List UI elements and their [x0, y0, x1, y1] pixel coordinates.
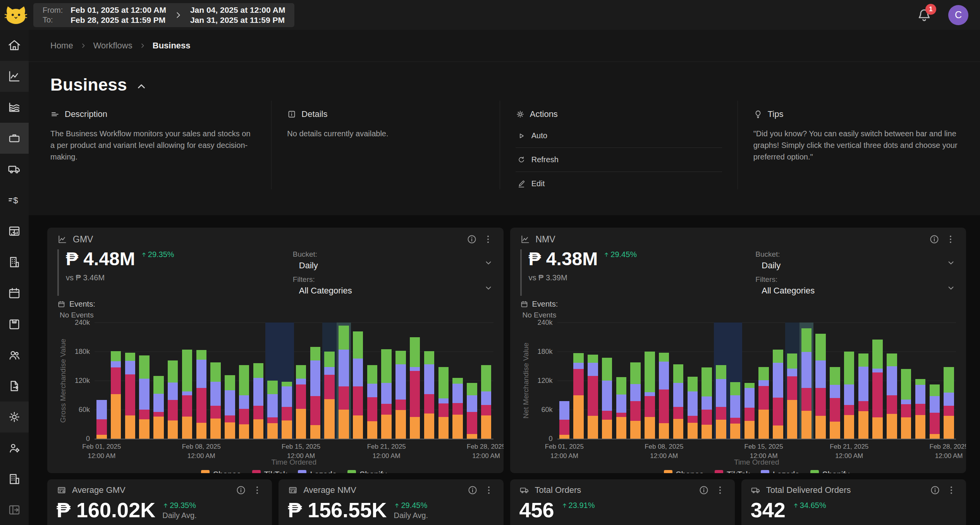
stacked-bar-day-13[interactable]	[267, 381, 277, 439]
kebab-menu-icon[interactable]	[483, 485, 494, 496]
stacked-bar-day-21[interactable]	[844, 352, 854, 439]
stacked-bar-day-27[interactable]	[930, 384, 940, 439]
sidebar-item-users[interactable]	[0, 340, 29, 371]
legend-tiktok[interactable]: TikTok	[252, 470, 287, 473]
stacked-bar-day-12[interactable]	[253, 363, 263, 439]
sidebar-item-calendar[interactable]	[0, 278, 29, 309]
stacked-bar-day-26[interactable]	[915, 379, 925, 439]
stacked-bar-day-4[interactable]	[602, 358, 612, 439]
action-auto[interactable]: Auto	[516, 124, 722, 148]
sidebar-item-area-chart[interactable]	[0, 92, 29, 123]
sidebar-item-user-gear[interactable]	[0, 432, 29, 463]
stacked-bar-day-5[interactable]	[616, 377, 626, 439]
stacked-bar-day-23[interactable]	[872, 340, 882, 439]
stacked-bar-day-25[interactable]	[438, 367, 449, 439]
stacked-bar-day-15[interactable]	[296, 365, 306, 439]
stacked-bar-day-26[interactable]	[452, 378, 462, 439]
notifications-bell-icon[interactable]: 1	[916, 7, 932, 23]
stacked-bar-day-11[interactable]	[701, 367, 712, 439]
stacked-bar-day-20[interactable]	[367, 365, 377, 439]
brand-cat-logo[interactable]	[5, 5, 27, 26]
stacked-bar-day-18[interactable]	[339, 326, 349, 439]
stacked-bar-day-1[interactable]	[559, 401, 569, 439]
stacked-bar-day-24[interactable]	[424, 351, 434, 439]
stacked-bar-day-6[interactable]	[630, 362, 640, 439]
legend-shopee[interactable]: Shopee	[201, 470, 241, 473]
user-avatar[interactable]: C	[948, 5, 968, 25]
sidebar-item-file-export[interactable]	[0, 371, 29, 401]
stacked-bar-day-4[interactable]	[139, 355, 149, 439]
legend-tiktok[interactable]: TikTok	[715, 470, 750, 473]
legend-lazada[interactable]: Lazada	[298, 470, 337, 473]
stacked-bar-day-9[interactable]	[210, 362, 220, 439]
stacked-bar-day-7[interactable]	[182, 350, 192, 439]
stacked-bar-day-15[interactable]	[758, 367, 769, 439]
sidebar-item-package[interactable]	[0, 309, 29, 340]
sidebar-item-line-chart[interactable]	[0, 61, 29, 92]
filters-dropdown[interactable]: Filters: All Categories	[755, 275, 956, 296]
stacked-bar-day-3[interactable]	[588, 355, 598, 439]
stacked-bar-day-14[interactable]	[282, 382, 292, 439]
sidebar-item-briefcase[interactable]	[0, 123, 29, 154]
bucket-dropdown[interactable]: Bucket: Daily	[755, 250, 956, 271]
legend-shopify[interactable]: Shopify	[347, 470, 387, 473]
info-icon[interactable]	[466, 234, 477, 245]
stacked-bar-day-23[interactable]	[410, 337, 420, 439]
stacked-bar-day-5[interactable]	[153, 376, 163, 439]
filters-dropdown[interactable]: Filters: All Categories	[293, 275, 493, 296]
sidebar-item-price-dollar[interactable]: $	[0, 185, 29, 216]
stacked-bar-day-24[interactable]	[887, 353, 897, 439]
stacked-bar-day-6[interactable]	[168, 360, 178, 439]
kebab-menu-icon[interactable]	[252, 485, 263, 496]
stacked-bar-day-17[interactable]	[324, 352, 334, 439]
stacked-bar-day-12[interactable]	[716, 365, 726, 439]
stacked-bar-day-14[interactable]	[744, 383, 755, 439]
stacked-bar-day-10[interactable]	[225, 375, 235, 439]
stacked-bar-day-1[interactable]	[96, 400, 107, 439]
kebab-menu-icon[interactable]	[945, 234, 956, 245]
kebab-menu-icon[interactable]	[715, 485, 726, 496]
stacked-bar-day-22[interactable]	[858, 353, 868, 439]
stacked-bar-day-21[interactable]	[381, 349, 391, 439]
stacked-bar-day-28[interactable]	[481, 365, 491, 439]
breadcrumb-workflows[interactable]: Workflows	[93, 41, 132, 51]
sidebar-item-home[interactable]	[0, 30, 29, 61]
info-icon[interactable]	[698, 485, 709, 496]
collapse-chevron-up-icon[interactable]	[136, 81, 147, 92]
info-icon[interactable]	[930, 485, 940, 496]
stacked-bar-day-16[interactable]	[773, 350, 783, 439]
stacked-bar-day-22[interactable]	[395, 351, 406, 439]
action-refresh[interactable]: Refresh	[516, 148, 722, 172]
kebab-menu-icon[interactable]	[483, 234, 493, 245]
stacked-bar-day-20[interactable]	[830, 367, 840, 439]
sidebar-item-building[interactable]	[0, 247, 29, 278]
stacked-bar-day-16[interactable]	[310, 347, 320, 439]
sidebar-item-truck[interactable]	[0, 154, 29, 185]
stacked-bar-day-27[interactable]	[467, 383, 477, 439]
stacked-bar-day-19[interactable]	[815, 334, 825, 439]
stacked-bar-day-25[interactable]	[901, 369, 911, 439]
stacked-bar-day-18[interactable]	[801, 328, 812, 439]
info-icon[interactable]	[236, 485, 246, 496]
action-edit[interactable]: Edit	[516, 172, 722, 189]
stacked-bar-day-7[interactable]	[645, 352, 655, 439]
legend-shopee[interactable]: Shopee	[664, 470, 704, 473]
stacked-bar-day-2[interactable]	[573, 353, 583, 439]
bucket-dropdown[interactable]: Bucket: Daily	[293, 250, 493, 271]
stacked-bar-day-8[interactable]	[659, 353, 669, 439]
stacked-bar-day-13[interactable]	[730, 382, 740, 439]
stacked-bar-day-8[interactable]	[196, 350, 206, 439]
info-icon[interactable]	[929, 234, 940, 245]
date-range-picker[interactable]: From: To: Feb 01, 2025 at 12:00 AM Feb 2…	[33, 3, 294, 27]
breadcrumb-home[interactable]: Home	[50, 41, 73, 51]
legend-lazada[interactable]: Lazada	[761, 470, 799, 473]
stacked-bar-day-10[interactable]	[688, 377, 698, 439]
sidebar-item-dashboard-grid[interactable]	[0, 216, 29, 247]
stacked-bar-day-28[interactable]	[944, 367, 954, 439]
kebab-menu-icon[interactable]	[946, 485, 957, 496]
stacked-bar-day-9[interactable]	[673, 364, 683, 439]
info-icon[interactable]	[467, 485, 478, 496]
sidebar-item-collapse-panel[interactable]	[0, 494, 29, 525]
stacked-bar-day-2[interactable]	[111, 351, 121, 439]
legend-shopify[interactable]: Shopify	[810, 470, 849, 473]
